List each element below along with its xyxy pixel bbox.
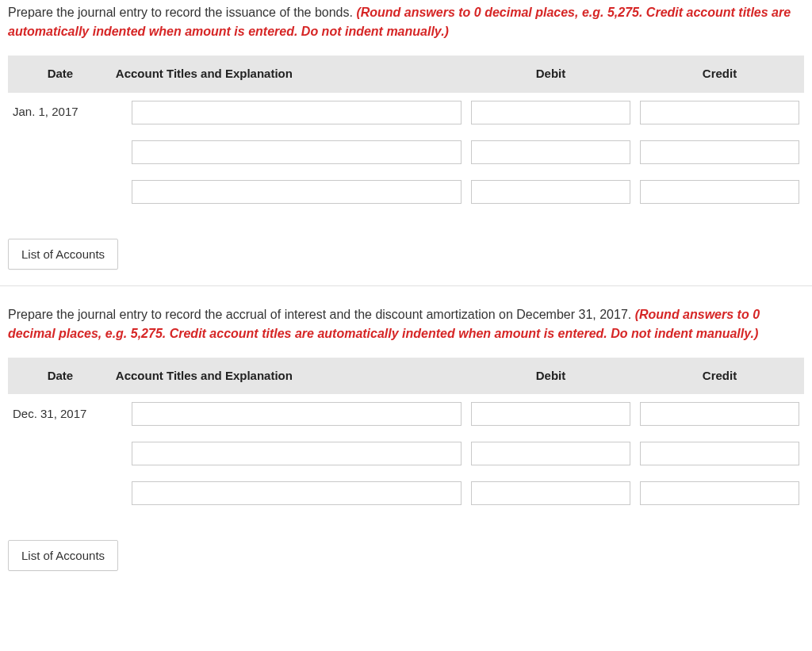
account-title-input[interactable] xyxy=(132,180,462,204)
credit-input[interactable] xyxy=(640,481,799,505)
account-title-input[interactable] xyxy=(132,481,462,505)
instruction-text: Prepare the journal entry to record the … xyxy=(8,3,804,41)
date-cell xyxy=(8,473,113,513)
debit-input[interactable] xyxy=(471,442,630,465)
header-acct: Account Titles and Explanation xyxy=(113,358,466,395)
debit-input[interactable] xyxy=(471,180,630,204)
account-title-input[interactable] xyxy=(132,402,462,426)
table-row xyxy=(8,434,804,473)
table-row: Jan. 1, 2017 xyxy=(8,93,804,132)
header-date: Date xyxy=(8,358,113,395)
account-title-input[interactable] xyxy=(132,101,462,124)
journal-table-2: Date Account Titles and Explanation Debi… xyxy=(8,358,804,514)
account-title-input[interactable] xyxy=(132,442,462,465)
date-cell xyxy=(8,132,113,172)
credit-input[interactable] xyxy=(640,101,799,124)
instruction-prefix: Prepare the journal entry to record the … xyxy=(8,308,635,321)
debit-input[interactable] xyxy=(471,481,630,505)
date-cell xyxy=(8,434,113,473)
instruction-text: Prepare the journal entry to record the … xyxy=(8,305,804,343)
credit-input[interactable] xyxy=(640,442,799,465)
header-credit: Credit xyxy=(635,358,804,395)
table-row xyxy=(8,473,804,513)
journal-table-1: Date Account Titles and Explanation Debi… xyxy=(8,56,804,212)
journal-section-1: Prepare the journal entry to record the … xyxy=(0,0,812,270)
header-date: Date xyxy=(8,56,113,93)
table-row xyxy=(8,132,804,172)
journal-section-2: Prepare the journal entry to record the … xyxy=(0,302,812,572)
credit-input[interactable] xyxy=(640,140,799,164)
list-of-accounts-button[interactable]: List of Accounts xyxy=(8,239,118,270)
debit-input[interactable] xyxy=(471,140,630,164)
section-divider xyxy=(0,285,812,286)
header-acct: Account Titles and Explanation xyxy=(113,56,466,93)
debit-input[interactable] xyxy=(471,101,630,124)
credit-input[interactable] xyxy=(640,180,799,204)
header-debit: Debit xyxy=(466,358,635,395)
instruction-prefix: Prepare the journal entry to record the … xyxy=(8,6,356,19)
table-row xyxy=(8,172,804,212)
debit-input[interactable] xyxy=(471,402,630,426)
date-cell xyxy=(8,172,113,212)
credit-input[interactable] xyxy=(640,402,799,426)
header-credit: Credit xyxy=(635,56,804,93)
list-of-accounts-button[interactable]: List of Accounts xyxy=(8,540,118,571)
account-title-input[interactable] xyxy=(132,140,462,164)
date-cell: Dec. 31, 2017 xyxy=(8,394,113,434)
header-debit: Debit xyxy=(466,56,635,93)
date-cell: Jan. 1, 2017 xyxy=(8,93,113,132)
table-row: Dec. 31, 2017 xyxy=(8,394,804,434)
